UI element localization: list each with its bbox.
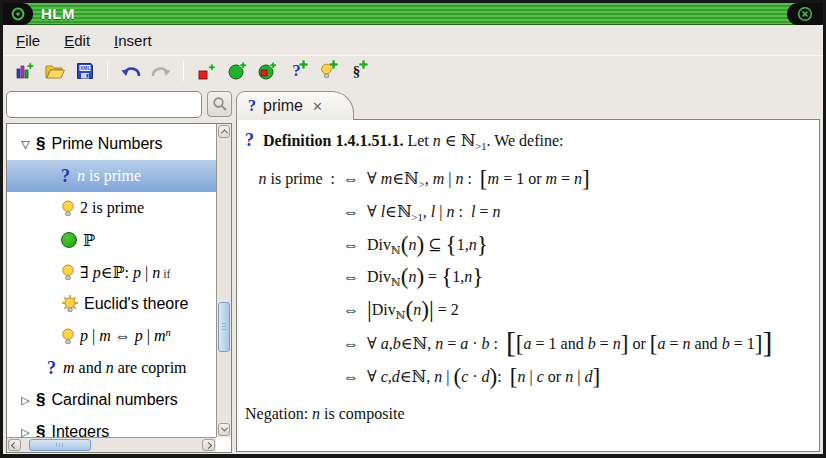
vertical-scroll-thumb[interactable]	[218, 302, 230, 352]
window-menu-button[interactable]	[3, 3, 33, 25]
new-set-operator-button[interactable]	[223, 59, 250, 84]
open-library-button[interactable]	[41, 59, 68, 84]
equivalence-symbol: ⇔	[335, 203, 367, 221]
library-panel: ▽§Prime Numbers?n is prime2 is primeℙ∃ p…	[6, 89, 232, 453]
section-icon: §	[36, 422, 45, 437]
new-library-button[interactable]	[11, 59, 38, 84]
section-icon: §	[36, 390, 45, 410]
new-predicate-button[interactable]: ?	[283, 59, 310, 84]
plus-badge-icon	[359, 60, 368, 69]
chevron-down-icon	[220, 425, 227, 432]
search-icon	[212, 96, 228, 112]
tree-item-label: ℙ	[83, 231, 95, 250]
item-2-is-prime[interactable]: 2 is prime	[7, 192, 216, 224]
formula-lhs: n is prime :	[257, 170, 335, 188]
definition-title: Definition 1.4.1.51.1. Let n ∈ ℕ>1. We d…	[263, 131, 564, 152]
formula-row: ⇔|Divℕ(n)| = 2	[257, 296, 811, 329]
red-square-plus-icon	[197, 62, 216, 81]
search-bar	[6, 89, 232, 119]
expand-arrow-icon[interactable]: ▷	[17, 426, 34, 438]
formula-rhs: Divℕ(n) = {1,n}	[367, 268, 483, 288]
search-input[interactable]	[6, 91, 202, 118]
vertical-scrollbar[interactable]	[216, 124, 231, 437]
tree-item-label: 2 is prime	[80, 199, 144, 217]
item-prime-power-divides[interactable]: p | m ⇔ p | mn	[7, 320, 216, 352]
window-icon	[10, 6, 26, 22]
menu-edit[interactable]: Edit	[64, 32, 90, 49]
bulb-icon	[61, 264, 75, 281]
scroll-left-button[interactable]	[8, 439, 21, 451]
horizontal-scrollbar[interactable]	[7, 437, 216, 452]
undo-arrow-icon	[120, 63, 142, 79]
close-icon	[797, 6, 813, 22]
section-integers[interactable]: ▷§Integers	[7, 416, 216, 437]
formula-rhs: Divℕ(n) ⊆ {1,n}	[367, 235, 488, 256]
tab-prime[interactable]: ? prime ✕	[236, 91, 354, 120]
equivalence-symbol: ⇔	[335, 236, 367, 254]
chevron-right-icon	[205, 441, 212, 448]
redo-arrow-icon	[150, 63, 172, 79]
title-bar[interactable]: HLM	[3, 3, 823, 25]
negation-line: Negation: n is composite	[245, 405, 811, 423]
section-prime-numbers[interactable]: ▽§Prime Numbers	[7, 128, 216, 160]
item-n-is-prime[interactable]: ?n is prime	[7, 160, 216, 192]
formula-row: ⇔∀ a,b∈ℕ, n = a · b : [[a = 1 and b = n]…	[257, 329, 811, 362]
tree-item-label: Prime Numbers	[51, 135, 162, 153]
item-coprime[interactable]: ?m and n are coprim	[7, 352, 216, 384]
formula-block: n is prime :⇔∀ m∈ℕ>, m | n : [m = 1 or m…	[257, 164, 811, 395]
formula-rhs: |Divℕ(n)| = 2	[367, 301, 459, 321]
close-button[interactable]	[787, 3, 823, 25]
bar-chart-plus-icon	[15, 62, 34, 81]
tree-item-label: Integers	[51, 423, 109, 437]
scroll-up-button[interactable]	[218, 125, 230, 138]
formula-row: ⇔∀ c,d∈ℕ, n | (c · d): [n | c or n | d]	[257, 362, 811, 395]
tree-item-label: ∃ p∈ℙ: p | n if	[80, 263, 171, 282]
new-element-operator-button[interactable]	[253, 59, 280, 84]
equivalence-symbol: ⇔	[335, 335, 367, 353]
tree-item-label: Euclid's theore	[84, 295, 188, 313]
save-xml-icon: XML	[76, 62, 94, 80]
search-button[interactable]	[207, 91, 232, 117]
scroll-down-button[interactable]	[218, 423, 230, 436]
new-section-button[interactable]: §	[343, 59, 370, 84]
tree-item-label: p | m ⇔ p | mn	[80, 327, 171, 345]
tree-item-label: n is prime	[77, 167, 141, 185]
equivalence-symbol: ⇔	[335, 170, 367, 188]
green-circle-plus-icon	[227, 61, 247, 81]
tab-close-icon[interactable]: ✕	[312, 99, 323, 114]
tab-strip: ? prime ✕	[236, 89, 821, 119]
formula-row: ⇔Divℕ(n) = {1,n}	[257, 263, 811, 296]
question-icon: ?	[245, 130, 254, 151]
editor-panel: ? prime ✕ ? Definition 1.4.1.51.1. Let n…	[236, 89, 821, 453]
chevron-up-icon	[220, 129, 227, 136]
bulb-icon	[61, 328, 75, 345]
toolbar-separator	[183, 61, 184, 81]
tree-item-label: m and n are coprim	[63, 359, 187, 377]
redo-button[interactable]	[147, 59, 174, 84]
definition-view: ? Definition 1.4.1.51.1. Let n ∈ ℕ>1. We…	[236, 119, 820, 452]
new-construction-button[interactable]	[193, 59, 220, 84]
chevron-left-icon	[11, 441, 18, 448]
undo-button[interactable]	[117, 59, 144, 84]
save-library-button[interactable]: XML	[71, 59, 98, 84]
equivalence-symbol: ⇔	[335, 268, 367, 286]
section-icon: §	[36, 134, 45, 154]
horizontal-scroll-thumb[interactable]	[29, 439, 91, 451]
toolbar-separator	[107, 61, 108, 81]
item-exists-prime-divisor[interactable]: ∃ p∈ℙ: p | n if	[7, 256, 216, 288]
scroll-right-button[interactable]	[202, 439, 215, 451]
collapse-arrow-icon[interactable]: ▽	[17, 138, 34, 151]
expand-arrow-icon[interactable]: ▷	[17, 394, 34, 407]
formula-rhs: ∀ m∈ℕ>, m | n : [m = 1 or m = n]	[367, 169, 590, 190]
menu-insert[interactable]: Insert	[114, 32, 152, 49]
library-tree: ▽§Prime Numbers?n is prime2 is primeℙ∃ p…	[6, 123, 232, 453]
new-theorem-button[interactable]	[313, 59, 340, 84]
menu-bar: FileEditInsert	[3, 25, 823, 55]
item-euclids-theorem[interactable]: Euclid's theore	[7, 288, 216, 320]
green-circle-red-square-plus-icon	[257, 61, 277, 81]
tree-item-label: Cardinal numbers	[51, 391, 177, 409]
menu-file[interactable]: File	[16, 32, 40, 49]
section-cardinal-numbers[interactable]: ▷§Cardinal numbers	[7, 384, 216, 416]
svg-text:XML: XML	[80, 65, 91, 71]
item-prime-set[interactable]: ℙ	[7, 224, 216, 256]
